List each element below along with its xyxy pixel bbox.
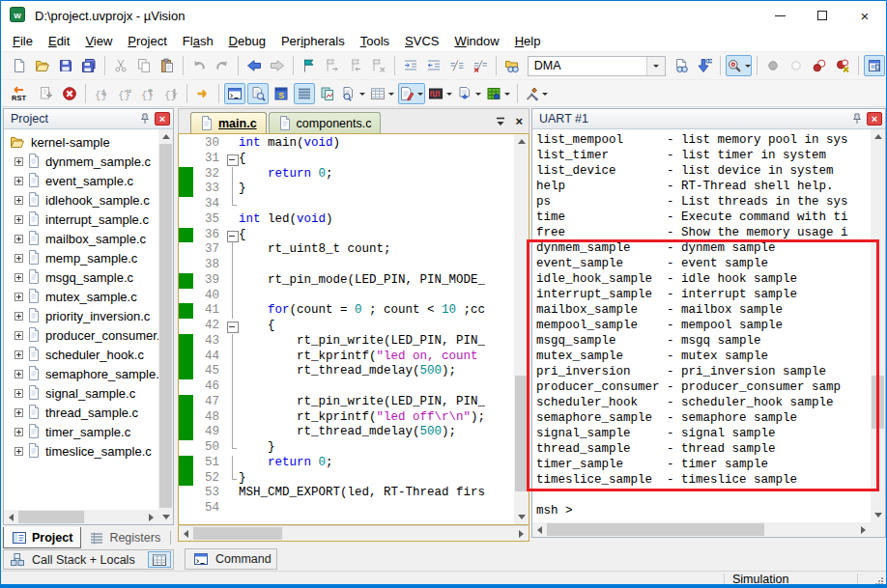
tree-item-priority_inversion[interactable]: priority_inversion.c [4, 306, 158, 325]
symbol-window-button[interactable]: S [271, 83, 292, 104]
menu-project[interactable]: Project [120, 32, 174, 50]
menu-svcs[interactable]: SVCS [397, 32, 446, 50]
analysis-windows-button[interactable] [317, 83, 338, 104]
search-combobox-dropdown-icon[interactable] [646, 57, 665, 75]
code-area[interactable]: 30int main(void)31{32 return 0;33}3435in… [179, 134, 514, 524]
breakpoint-toggle-button[interactable] [762, 55, 784, 76]
dropdown-caret-icon[interactable] [388, 93, 394, 98]
dropdown-caret-icon[interactable] [504, 93, 510, 98]
find-in-files-button[interactable] [501, 55, 523, 76]
expand-icon[interactable] [14, 215, 23, 224]
code-line-32[interactable]: 32 return 0; [179, 167, 514, 182]
tree-item-interrupt_sample[interactable]: interrupt_sample.c [4, 210, 158, 229]
run-button[interactable] [36, 83, 57, 104]
tree-item-timeslice_sample[interactable]: timeslice_sample.c [4, 441, 158, 461]
menu-peripherals[interactable]: Peripherals [273, 32, 353, 50]
menu-help[interactable]: Help [507, 32, 549, 50]
expand-icon[interactable] [14, 447, 23, 456]
code-line-54[interactable]: 54 [179, 501, 514, 517]
reset-button[interactable]: RST [9, 83, 34, 104]
scroll-left-icon[interactable] [179, 526, 193, 541]
code-line-39[interactable]: 39 rt_pin_mode(LED_PIN, PIN_MODE_ [179, 273, 514, 289]
uart-horizontal-scrollbar[interactable] [532, 522, 871, 537]
dropdown-caret-icon[interactable] [359, 93, 365, 98]
indent-button[interactable] [400, 55, 421, 76]
tree-item-memp_sample[interactable]: memp_sample.c [4, 248, 158, 267]
expand-icon[interactable] [14, 157, 23, 166]
tree-item-thread_sample[interactable]: thread_sample.c [4, 403, 158, 422]
uart-console[interactable]: list_mempool - list memory pool in sysli… [532, 129, 871, 522]
bookmark-toggle-button[interactable] [299, 55, 320, 76]
code-line-47[interactable]: 47 rt_pin_write(LED_PIN, PIN_ [179, 395, 514, 410]
incremental-find-button[interactable] [694, 55, 715, 76]
tree-item-idlehook_sample[interactable]: idlehook_sample.c [4, 190, 158, 210]
undo-button[interactable] [188, 55, 210, 76]
fold-marker-icon[interactable] [226, 319, 239, 334]
tab-command[interactable]: Command [185, 548, 277, 570]
editor-tab-main.c[interactable]: main.c [190, 112, 267, 133]
close-button[interactable]: × [844, 1, 886, 30]
menu-tools[interactable]: Tools [353, 32, 397, 50]
cut-button[interactable] [110, 55, 131, 76]
expand-icon[interactable] [14, 370, 23, 378]
debug-find-button[interactable] [726, 55, 752, 76]
code-line-50[interactable]: 50 } [179, 440, 514, 456]
code-line-40[interactable]: 40 [179, 289, 514, 304]
tree-item-timer_sample[interactable]: timer_sample.c [4, 422, 158, 441]
breakpoints-disable-all-button[interactable] [809, 55, 830, 76]
scroll-up-icon[interactable] [158, 129, 173, 144]
menu-edit[interactable]: Edit [41, 32, 77, 50]
code-line-33[interactable]: 33} [179, 182, 514, 197]
tree-root[interactable]: kernel-sample [4, 132, 158, 152]
scroll-right-icon[interactable] [514, 526, 529, 541]
new-file-button[interactable] [9, 55, 30, 76]
code-line-31[interactable]: 31{ [179, 152, 514, 167]
trace-windows-button[interactable] [340, 83, 367, 104]
bookmark-prev-button[interactable] [345, 55, 366, 76]
scroll-down-icon[interactable] [514, 510, 529, 524]
code-line-49[interactable]: 49 rt_thread_mdelay(500); [179, 425, 514, 440]
dropdown-caret-icon[interactable] [417, 93, 423, 98]
expand-icon[interactable] [14, 350, 23, 359]
dropdown-caret-icon[interactable] [542, 93, 548, 98]
code-line-53[interactable]: 53MSH_CMD_EXPORT(led, RT-Thread firs [179, 486, 514, 501]
copy-button[interactable] [133, 55, 155, 76]
save-button[interactable] [55, 55, 76, 76]
code-line-35[interactable]: 35int led(void) [179, 212, 514, 228]
toolbox-button[interactable] [485, 83, 512, 104]
dropdown-caret-icon[interactable] [446, 93, 452, 98]
configure-options-button[interactable] [864, 55, 885, 76]
debug-tools-button[interactable] [523, 83, 550, 104]
disassembly-window-button[interactable] [247, 83, 269, 104]
tree-item-dynmem_sample[interactable]: dynmem_sample.c [4, 152, 158, 171]
expand-icon[interactable] [14, 273, 23, 282]
fold-marker-icon[interactable] [226, 228, 239, 243]
code-line-46[interactable]: 46 [179, 379, 514, 395]
redo-button[interactable] [212, 55, 233, 76]
scroll-up-icon[interactable] [514, 134, 529, 149]
breakpoints-kill-all-button[interactable] [832, 55, 853, 76]
menu-window[interactable]: Window [446, 32, 506, 50]
project-vertical-scrollbar[interactable] [158, 129, 173, 510]
scroll-right-icon[interactable] [144, 510, 158, 524]
tab-project[interactable]: Project [3, 527, 81, 548]
tab-registers[interactable]: Registers [81, 527, 168, 548]
scrollbar-thumb[interactable] [515, 376, 528, 491]
tree-item-signal_sample[interactable]: signal_sample.c [4, 383, 158, 403]
breakpoint-enable-disable-button[interactable] [786, 55, 807, 76]
code-line-51[interactable]: 51 return 0; [179, 456, 514, 471]
scroll-down-icon[interactable] [158, 510, 173, 524]
show-next-statement-button[interactable] [192, 83, 214, 104]
scrollbar-thumb[interactable] [159, 144, 172, 508]
bookmark-clear-all-button[interactable] [368, 55, 389, 76]
window-list-icon[interactable] [494, 115, 507, 128]
dropdown-caret-icon[interactable] [745, 65, 751, 70]
menu-view[interactable]: View [77, 32, 120, 50]
editor-close-icon[interactable]: × [515, 114, 523, 128]
expand-icon[interactable] [14, 389, 23, 398]
editor-vertical-scrollbar[interactable] [514, 134, 529, 524]
code-line-38[interactable]: 38 [179, 258, 514, 273]
run-to-cursor-button[interactable]: {} [160, 83, 182, 104]
code-line-52[interactable]: 52} [179, 471, 514, 487]
code-line-30[interactable]: 30int main(void) [179, 136, 514, 152]
